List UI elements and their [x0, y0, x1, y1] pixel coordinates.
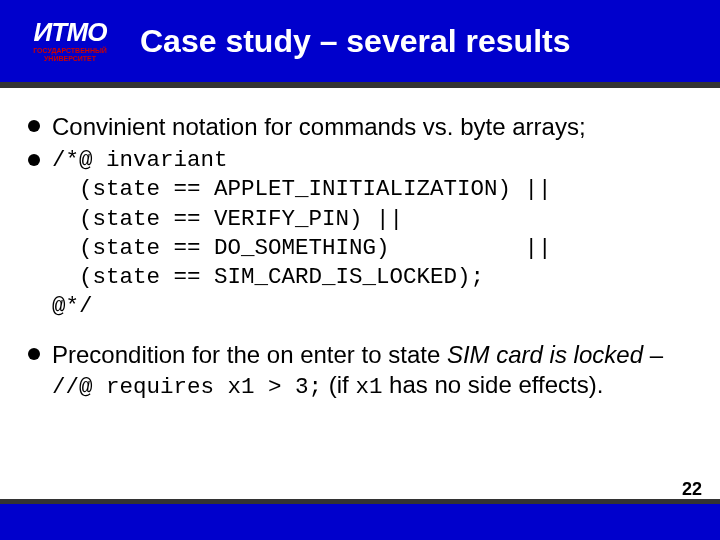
bullet-icon [28, 348, 40, 360]
b3-italic: SIM card is locked [447, 341, 643, 368]
bullet-3-text: Precondition for the on enter to state S… [52, 340, 692, 401]
b3-tail: has no side effects). [382, 371, 603, 398]
b3-dash: – [643, 341, 663, 368]
page-number: 22 [682, 479, 702, 500]
b3-code: //@ requires x1 > 3; [52, 374, 322, 400]
bullet-icon [28, 154, 40, 166]
slide-header: ИТМО ГОСУДАРСТВЕННЫЙ УНИВЕРСИТЕТ Case st… [0, 0, 720, 82]
bullet-item-2: /*@ invariant (state == APPLET_INITIALIZ… [28, 146, 692, 322]
bullet-item-1: Convinient notation for commands vs. byt… [28, 112, 692, 142]
logo: ИТМО ГОСУДАРСТВЕННЫЙ УНИВЕРСИТЕТ [10, 11, 130, 71]
b3-if: (if [322, 371, 355, 398]
slide-footer [0, 504, 720, 540]
bullet-item-3: Precondition for the on enter to state S… [28, 340, 692, 401]
bullet-1-text: Convinient notation for commands vs. byt… [52, 112, 586, 142]
logo-sub-text: ГОСУДАРСТВЕННЫЙ УНИВЕРСИТЕТ [10, 47, 130, 62]
slide-title: Case study – several results [140, 23, 570, 60]
slide-content: Convinient notation for commands vs. byt… [0, 88, 720, 401]
b3-pre: Precondition for the on enter to state [52, 341, 447, 368]
b3-var: x1 [355, 374, 382, 400]
bullet-icon [28, 120, 40, 132]
logo-main-text: ИТМО [34, 19, 107, 45]
bullet-2-code: /*@ invariant (state == APPLET_INITIALIZ… [52, 146, 552, 322]
